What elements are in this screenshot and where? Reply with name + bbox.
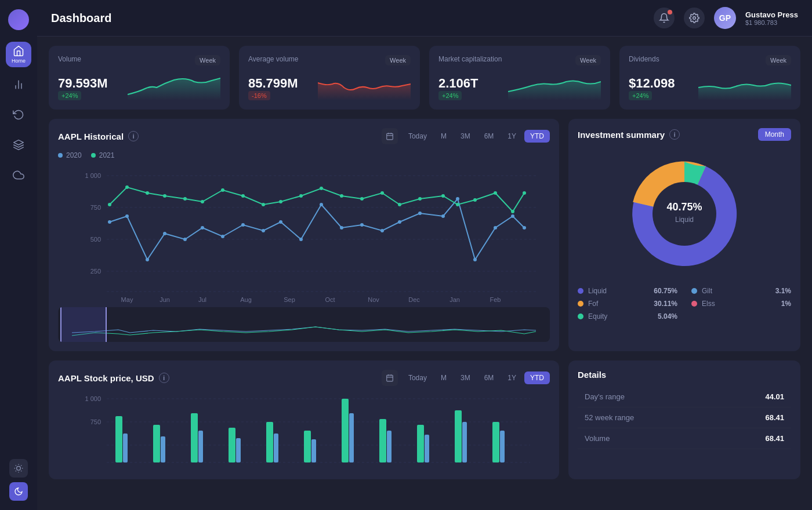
charts-row: AAPL Historical i Today M 3M 6M 1Y <box>49 119 800 351</box>
avg-volume-change: -16% <box>248 91 270 100</box>
legend-gilt: Gilt 3.1% <box>691 287 791 295</box>
light-theme-button[interactable] <box>9 459 28 478</box>
legend-gilt-value: 3.1% <box>775 287 791 295</box>
stock-filter-today[interactable]: Today <box>403 371 433 384</box>
svg-rect-113 <box>349 413 354 462</box>
svg-rect-102 <box>342 399 349 462</box>
svg-rect-115 <box>425 435 429 462</box>
user-avatar: GP <box>714 7 736 29</box>
week-range-value: 68.41 <box>719 407 792 428</box>
historical-calendar-button[interactable] <box>382 128 398 144</box>
svg-point-45 <box>262 229 265 232</box>
svg-point-80 <box>494 191 497 195</box>
svg-text:Feb: Feb <box>490 296 501 303</box>
sidebar-item-sync[interactable] <box>6 102 31 128</box>
svg-point-54 <box>441 214 445 218</box>
filter-3m[interactable]: 3M <box>455 130 476 143</box>
sidebar-home-label: Home <box>12 58 26 64</box>
pie-chart-svg: 40.75% Liquid <box>621 150 748 278</box>
volume-change: +24% <box>58 91 81 100</box>
filter-today[interactable]: Today <box>403 130 433 143</box>
table-row: 52 week range 68.41 <box>578 407 791 428</box>
pie-legend: Liquid 60.75% Gilt 3.1% Fof 30.11% <box>578 287 791 320</box>
svg-text:Jul: Jul <box>198 296 206 303</box>
stock-calendar-button[interactable] <box>382 370 398 386</box>
svg-rect-14 <box>387 133 393 140</box>
svg-text:Sep: Sep <box>284 296 295 303</box>
sidebar-item-home[interactable]: Home <box>6 42 31 67</box>
svg-rect-97 <box>153 425 160 462</box>
legend-gilt-dot <box>691 288 697 294</box>
mini-navigator[interactable] <box>58 307 550 342</box>
user-info: Gustavo Press $1 980.783 <box>745 10 798 26</box>
svg-point-81 <box>511 210 514 213</box>
avg-volume-value: 85.799M <box>248 76 298 91</box>
filter-1y[interactable]: 1Y <box>502 130 522 143</box>
legend-2021: 2021 <box>91 151 115 159</box>
svg-point-83 <box>652 182 716 246</box>
svg-point-68 <box>262 203 265 206</box>
svg-rect-111 <box>274 434 278 462</box>
stock-filter-ytd[interactable]: YTD <box>524 371 550 384</box>
stock-filter-6m[interactable]: 6M <box>478 371 500 384</box>
svg-point-53 <box>418 212 422 215</box>
svg-rect-96 <box>115 416 122 462</box>
avg-volume-badge: Week <box>385 55 411 65</box>
legend-equity-value: 5.04% <box>658 312 677 320</box>
svg-text:750: 750 <box>90 418 101 425</box>
svg-rect-86 <box>387 375 393 381</box>
legend-liquid-value: 60.75% <box>654 287 677 295</box>
stat-card-avg-volume: Average volume Week 85.799M -16% <box>239 46 420 110</box>
table-row: Day's range 44.01 <box>578 387 791 407</box>
svg-point-50 <box>360 223 364 227</box>
svg-text:Jan: Jan <box>449 296 460 303</box>
stock-filter-3m[interactable]: 3M <box>455 371 476 384</box>
stat-card-volume: Volume Week 79.593M +24% <box>49 46 230 110</box>
sidebar-item-chart[interactable] <box>6 72 31 97</box>
app-logo <box>8 9 29 30</box>
svg-point-39 <box>146 258 149 261</box>
svg-point-46 <box>279 220 282 224</box>
notifications-button[interactable] <box>654 8 675 28</box>
svg-point-64 <box>183 197 187 201</box>
days-range-label: Day's range <box>578 387 719 407</box>
svg-text:1 000: 1 000 <box>85 172 101 179</box>
svg-point-77 <box>441 194 445 198</box>
pie-chart-container: 40.75% Liquid <box>578 150 791 278</box>
investment-title: Investment summary <box>578 130 665 140</box>
volume-badge: Week <box>195 55 220 65</box>
stat-cards-grid: Volume Week 79.593M +24% <box>49 46 800 110</box>
sidebar-item-cloud[interactable] <box>6 162 31 188</box>
stock-filter-1y[interactable]: 1Y <box>502 371 522 384</box>
market-cap-badge: Week <box>575 55 601 65</box>
svg-point-56 <box>473 258 477 261</box>
legend-liquid: Liquid 60.75% <box>578 287 677 295</box>
filter-m[interactable]: M <box>435 130 452 143</box>
historical-info-icon[interactable]: i <box>128 131 139 141</box>
market-cap-value: 2.106T <box>438 76 478 91</box>
sidebar-item-layers[interactable] <box>6 132 31 158</box>
stock-price-info-icon[interactable]: i <box>159 373 169 383</box>
filter-ytd[interactable]: YTD <box>524 130 550 143</box>
dark-theme-button[interactable] <box>9 482 28 501</box>
stock-filter-m[interactable]: M <box>435 371 452 384</box>
svg-text:Liquid: Liquid <box>675 216 694 224</box>
user-name: Gustavo Press <box>745 10 798 19</box>
svg-text:May: May <box>121 296 133 303</box>
legend-equity-dot <box>578 314 583 319</box>
svg-rect-98 <box>191 413 198 462</box>
stock-price-chart-card: AAPL Stock price, USD i Today M 3M 6M 1Y <box>49 360 559 479</box>
svg-point-76 <box>418 197 422 201</box>
investment-month-filter[interactable]: Month <box>758 128 791 141</box>
legend-equity-label: Equity <box>588 312 653 320</box>
details-table: Day's range 44.01 52 week range 68.41 Vo… <box>578 387 791 449</box>
svg-rect-105 <box>455 410 462 462</box>
svg-point-37 <box>108 220 111 224</box>
user-balance: $1 980.783 <box>745 19 798 26</box>
historical-chart-title: AAPL Historical <box>58 132 124 141</box>
svg-point-69 <box>279 200 282 203</box>
svg-point-42 <box>201 226 204 230</box>
investment-info-icon[interactable]: i <box>669 129 680 140</box>
settings-button[interactable] <box>684 8 705 28</box>
filter-6m[interactable]: 6M <box>478 130 500 143</box>
